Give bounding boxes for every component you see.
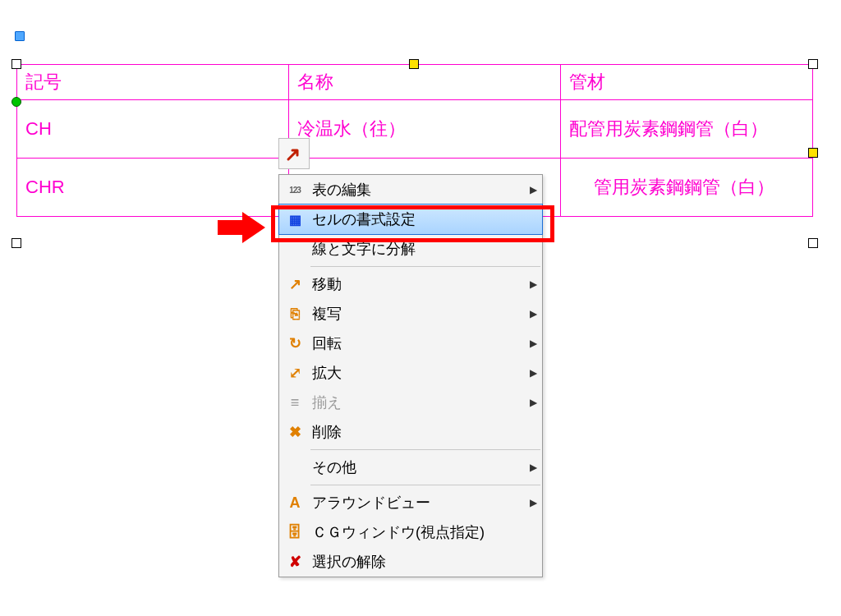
cell[interactable]: 管用炭素鋼鋼管（白）	[561, 159, 813, 217]
copy-icon: ⎘	[279, 305, 310, 323]
cell[interactable]: 配管用炭素鋼鋼管（白）	[561, 100, 813, 159]
submenu-arrow-icon	[524, 308, 542, 319]
menu-item-label: 回転	[310, 333, 524, 353]
menu-item[interactable]: ✖削除	[279, 417, 542, 447]
selection-handle[interactable]	[11, 59, 21, 69]
menu-item-label: その他	[310, 457, 524, 477]
menu-separator	[310, 449, 540, 450]
around-view-icon: A	[279, 494, 310, 512]
edit-number-icon: 123	[279, 181, 310, 199]
menu-item-label: 線と文字に分解	[310, 239, 524, 259]
menu-item[interactable]: 123表の編集	[279, 175, 542, 205]
menu-item-label: ＣＧウィンドウ(視点指定)	[310, 522, 524, 542]
cg-window-icon: 🗄	[279, 523, 310, 541]
cell[interactable]: 冷温水（往）	[289, 100, 561, 159]
submenu-arrow-icon	[524, 367, 542, 379]
menu-item[interactable]: 線と文字に分解	[279, 234, 542, 264]
menu-item-label: 拡大	[310, 363, 524, 383]
delete-icon: ✖	[279, 423, 310, 441]
header-name[interactable]: 名称	[289, 65, 561, 100]
menu-item[interactable]: ↻回転	[279, 329, 542, 358]
submenu-arrow-icon	[524, 497, 542, 508]
menu-item-label: 削除	[310, 422, 524, 442]
selection-handle[interactable]	[808, 59, 818, 69]
cell[interactable]: CH	[17, 100, 289, 159]
selection-handle[interactable]	[409, 59, 419, 69]
menu-separator	[310, 266, 540, 267]
menu-launcher[interactable]	[278, 138, 310, 169]
menu-item[interactable]: その他	[279, 453, 542, 482]
header-material[interactable]: 管材	[561, 65, 813, 100]
selection-handle[interactable]	[808, 238, 818, 248]
arrow-up-right-icon	[285, 145, 303, 163]
menu-separator	[310, 485, 540, 485]
context-menu: 123表の編集▦セルの書式設定線と文字に分解↗移動⎘複写↻回転⤢拡大≡揃え✖削除…	[278, 174, 543, 577]
menu-item-label: セルの書式設定	[310, 209, 524, 229]
menu-item[interactable]: ⤢拡大	[279, 358, 542, 388]
cell-format-icon: ▦	[279, 210, 310, 228]
rotate-icon: ↻	[279, 334, 310, 352]
menu-item[interactable]: ↗移動	[279, 269, 542, 299]
deselect-icon: ✘	[279, 553, 310, 571]
submenu-arrow-icon	[524, 184, 542, 195]
menu-item-label: アラウンドビュー	[310, 493, 524, 513]
menu-item: ≡揃え	[279, 388, 542, 417]
submenu-arrow-icon	[524, 278, 542, 290]
menu-item[interactable]: 🗄ＣＧウィンドウ(視点指定)	[279, 517, 542, 547]
menu-item-label: 移動	[310, 274, 524, 294]
align-icon: ≡	[279, 393, 310, 411]
table-row: CH 冷温水（往） 配管用炭素鋼鋼管（白）	[17, 100, 813, 159]
scale-icon: ⤢	[279, 364, 310, 382]
submenu-arrow-icon	[524, 462, 542, 473]
menu-item-label: 表の編集	[310, 180, 524, 200]
submenu-arrow-icon	[524, 397, 542, 408]
cad-canvas[interactable]: 記号 名称 管材 CH 冷温水（往） 配管用炭素鋼鋼管（白） CHR 管用炭素鋼…	[0, 0, 841, 616]
table-row: 記号 名称 管材	[17, 65, 813, 100]
cell[interactable]: CHR	[17, 159, 289, 217]
submenu-arrow-icon	[524, 338, 542, 349]
menu-item-label: 選択の解除	[310, 552, 524, 572]
menu-item[interactable]: ▦セルの書式設定	[278, 204, 543, 235]
menu-item[interactable]: ⎘複写	[279, 299, 542, 329]
menu-item-label: 揃え	[310, 393, 524, 412]
selection-handle[interactable]	[808, 148, 818, 158]
rotate-handle[interactable]	[11, 97, 21, 107]
menu-item[interactable]: Aアラウンドビュー	[279, 488, 542, 517]
header-symbol[interactable]: 記号	[17, 65, 289, 100]
menu-item-label: 複写	[310, 304, 524, 324]
selection-handle[interactable]	[11, 238, 21, 248]
selection-handle[interactable]	[15, 31, 25, 41]
menu-item[interactable]: ✘選択の解除	[279, 547, 542, 577]
move-icon: ↗	[279, 275, 310, 293]
